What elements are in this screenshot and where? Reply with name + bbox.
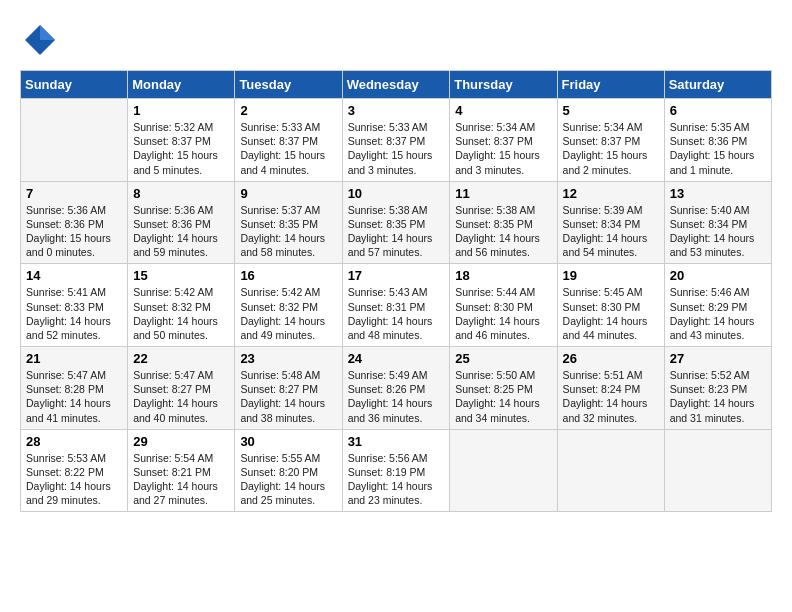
cell-content: Sunrise: 5:55 AM Sunset: 8:20 PM Dayligh… xyxy=(240,451,336,508)
calendar-week-row: 28Sunrise: 5:53 AM Sunset: 8:22 PM Dayli… xyxy=(21,429,772,512)
calendar-cell: 12Sunrise: 5:39 AM Sunset: 8:34 PM Dayli… xyxy=(557,181,664,264)
cell-content: Sunrise: 5:56 AM Sunset: 8:19 PM Dayligh… xyxy=(348,451,445,508)
day-number: 30 xyxy=(240,434,336,449)
day-number: 26 xyxy=(563,351,659,366)
calendar-cell: 16Sunrise: 5:42 AM Sunset: 8:32 PM Dayli… xyxy=(235,264,342,347)
day-number: 25 xyxy=(455,351,551,366)
col-header-thursday: Thursday xyxy=(450,71,557,99)
cell-content: Sunrise: 5:33 AM Sunset: 8:37 PM Dayligh… xyxy=(348,120,445,177)
col-header-monday: Monday xyxy=(128,71,235,99)
day-number: 4 xyxy=(455,103,551,118)
day-number: 18 xyxy=(455,268,551,283)
logo-icon xyxy=(20,20,60,60)
cell-content: Sunrise: 5:33 AM Sunset: 8:37 PM Dayligh… xyxy=(240,120,336,177)
day-number: 12 xyxy=(563,186,659,201)
calendar-cell: 30Sunrise: 5:55 AM Sunset: 8:20 PM Dayli… xyxy=(235,429,342,512)
cell-content: Sunrise: 5:35 AM Sunset: 8:36 PM Dayligh… xyxy=(670,120,766,177)
calendar-cell: 14Sunrise: 5:41 AM Sunset: 8:33 PM Dayli… xyxy=(21,264,128,347)
day-number: 28 xyxy=(26,434,122,449)
calendar-header-row: SundayMondayTuesdayWednesdayThursdayFrid… xyxy=(21,71,772,99)
calendar-cell: 28Sunrise: 5:53 AM Sunset: 8:22 PM Dayli… xyxy=(21,429,128,512)
cell-content: Sunrise: 5:51 AM Sunset: 8:24 PM Dayligh… xyxy=(563,368,659,425)
cell-content: Sunrise: 5:38 AM Sunset: 8:35 PM Dayligh… xyxy=(348,203,445,260)
logo xyxy=(20,20,66,60)
calendar-week-row: 21Sunrise: 5:47 AM Sunset: 8:28 PM Dayli… xyxy=(21,347,772,430)
day-number: 21 xyxy=(26,351,122,366)
calendar-cell xyxy=(450,429,557,512)
cell-content: Sunrise: 5:40 AM Sunset: 8:34 PM Dayligh… xyxy=(670,203,766,260)
calendar-week-row: 7Sunrise: 5:36 AM Sunset: 8:36 PM Daylig… xyxy=(21,181,772,264)
day-number: 22 xyxy=(133,351,229,366)
calendar-cell xyxy=(21,99,128,182)
calendar-cell: 29Sunrise: 5:54 AM Sunset: 8:21 PM Dayli… xyxy=(128,429,235,512)
cell-content: Sunrise: 5:42 AM Sunset: 8:32 PM Dayligh… xyxy=(133,285,229,342)
col-header-sunday: Sunday xyxy=(21,71,128,99)
day-number: 13 xyxy=(670,186,766,201)
day-number: 8 xyxy=(133,186,229,201)
cell-content: Sunrise: 5:32 AM Sunset: 8:37 PM Dayligh… xyxy=(133,120,229,177)
day-number: 1 xyxy=(133,103,229,118)
cell-content: Sunrise: 5:38 AM Sunset: 8:35 PM Dayligh… xyxy=(455,203,551,260)
calendar-cell: 17Sunrise: 5:43 AM Sunset: 8:31 PM Dayli… xyxy=(342,264,450,347)
calendar-cell: 18Sunrise: 5:44 AM Sunset: 8:30 PM Dayli… xyxy=(450,264,557,347)
col-header-wednesday: Wednesday xyxy=(342,71,450,99)
calendar-cell: 22Sunrise: 5:47 AM Sunset: 8:27 PM Dayli… xyxy=(128,347,235,430)
calendar-cell: 3Sunrise: 5:33 AM Sunset: 8:37 PM Daylig… xyxy=(342,99,450,182)
cell-content: Sunrise: 5:39 AM Sunset: 8:34 PM Dayligh… xyxy=(563,203,659,260)
calendar-cell: 26Sunrise: 5:51 AM Sunset: 8:24 PM Dayli… xyxy=(557,347,664,430)
cell-content: Sunrise: 5:50 AM Sunset: 8:25 PM Dayligh… xyxy=(455,368,551,425)
calendar-cell: 23Sunrise: 5:48 AM Sunset: 8:27 PM Dayli… xyxy=(235,347,342,430)
cell-content: Sunrise: 5:47 AM Sunset: 8:27 PM Dayligh… xyxy=(133,368,229,425)
col-header-saturday: Saturday xyxy=(664,71,771,99)
day-number: 16 xyxy=(240,268,336,283)
cell-content: Sunrise: 5:53 AM Sunset: 8:22 PM Dayligh… xyxy=(26,451,122,508)
cell-content: Sunrise: 5:41 AM Sunset: 8:33 PM Dayligh… xyxy=(26,285,122,342)
calendar-week-row: 1Sunrise: 5:32 AM Sunset: 8:37 PM Daylig… xyxy=(21,99,772,182)
cell-content: Sunrise: 5:34 AM Sunset: 8:37 PM Dayligh… xyxy=(563,120,659,177)
calendar-cell: 20Sunrise: 5:46 AM Sunset: 8:29 PM Dayli… xyxy=(664,264,771,347)
calendar-cell: 27Sunrise: 5:52 AM Sunset: 8:23 PM Dayli… xyxy=(664,347,771,430)
col-header-friday: Friday xyxy=(557,71,664,99)
cell-content: Sunrise: 5:54 AM Sunset: 8:21 PM Dayligh… xyxy=(133,451,229,508)
cell-content: Sunrise: 5:47 AM Sunset: 8:28 PM Dayligh… xyxy=(26,368,122,425)
calendar-cell: 11Sunrise: 5:38 AM Sunset: 8:35 PM Dayli… xyxy=(450,181,557,264)
calendar-cell: 19Sunrise: 5:45 AM Sunset: 8:30 PM Dayli… xyxy=(557,264,664,347)
cell-content: Sunrise: 5:48 AM Sunset: 8:27 PM Dayligh… xyxy=(240,368,336,425)
cell-content: Sunrise: 5:45 AM Sunset: 8:30 PM Dayligh… xyxy=(563,285,659,342)
day-number: 10 xyxy=(348,186,445,201)
day-number: 7 xyxy=(26,186,122,201)
day-number: 24 xyxy=(348,351,445,366)
calendar-cell: 10Sunrise: 5:38 AM Sunset: 8:35 PM Dayli… xyxy=(342,181,450,264)
calendar-cell: 8Sunrise: 5:36 AM Sunset: 8:36 PM Daylig… xyxy=(128,181,235,264)
cell-content: Sunrise: 5:34 AM Sunset: 8:37 PM Dayligh… xyxy=(455,120,551,177)
calendar-cell: 1Sunrise: 5:32 AM Sunset: 8:37 PM Daylig… xyxy=(128,99,235,182)
page-header xyxy=(20,20,772,60)
calendar-cell: 31Sunrise: 5:56 AM Sunset: 8:19 PM Dayli… xyxy=(342,429,450,512)
calendar-week-row: 14Sunrise: 5:41 AM Sunset: 8:33 PM Dayli… xyxy=(21,264,772,347)
calendar-cell: 21Sunrise: 5:47 AM Sunset: 8:28 PM Dayli… xyxy=(21,347,128,430)
cell-content: Sunrise: 5:44 AM Sunset: 8:30 PM Dayligh… xyxy=(455,285,551,342)
cell-content: Sunrise: 5:37 AM Sunset: 8:35 PM Dayligh… xyxy=(240,203,336,260)
calendar-cell: 2Sunrise: 5:33 AM Sunset: 8:37 PM Daylig… xyxy=(235,99,342,182)
calendar-table: SundayMondayTuesdayWednesdayThursdayFrid… xyxy=(20,70,772,512)
calendar-cell xyxy=(557,429,664,512)
calendar-cell: 7Sunrise: 5:36 AM Sunset: 8:36 PM Daylig… xyxy=(21,181,128,264)
cell-content: Sunrise: 5:46 AM Sunset: 8:29 PM Dayligh… xyxy=(670,285,766,342)
calendar-cell: 24Sunrise: 5:49 AM Sunset: 8:26 PM Dayli… xyxy=(342,347,450,430)
day-number: 17 xyxy=(348,268,445,283)
col-header-tuesday: Tuesday xyxy=(235,71,342,99)
day-number: 27 xyxy=(670,351,766,366)
cell-content: Sunrise: 5:36 AM Sunset: 8:36 PM Dayligh… xyxy=(133,203,229,260)
day-number: 5 xyxy=(563,103,659,118)
calendar-cell: 25Sunrise: 5:50 AM Sunset: 8:25 PM Dayli… xyxy=(450,347,557,430)
day-number: 3 xyxy=(348,103,445,118)
calendar-cell: 6Sunrise: 5:35 AM Sunset: 8:36 PM Daylig… xyxy=(664,99,771,182)
cell-content: Sunrise: 5:36 AM Sunset: 8:36 PM Dayligh… xyxy=(26,203,122,260)
cell-content: Sunrise: 5:42 AM Sunset: 8:32 PM Dayligh… xyxy=(240,285,336,342)
calendar-cell: 4Sunrise: 5:34 AM Sunset: 8:37 PM Daylig… xyxy=(450,99,557,182)
day-number: 31 xyxy=(348,434,445,449)
calendar-cell: 13Sunrise: 5:40 AM Sunset: 8:34 PM Dayli… xyxy=(664,181,771,264)
cell-content: Sunrise: 5:49 AM Sunset: 8:26 PM Dayligh… xyxy=(348,368,445,425)
calendar-cell: 9Sunrise: 5:37 AM Sunset: 8:35 PM Daylig… xyxy=(235,181,342,264)
day-number: 20 xyxy=(670,268,766,283)
